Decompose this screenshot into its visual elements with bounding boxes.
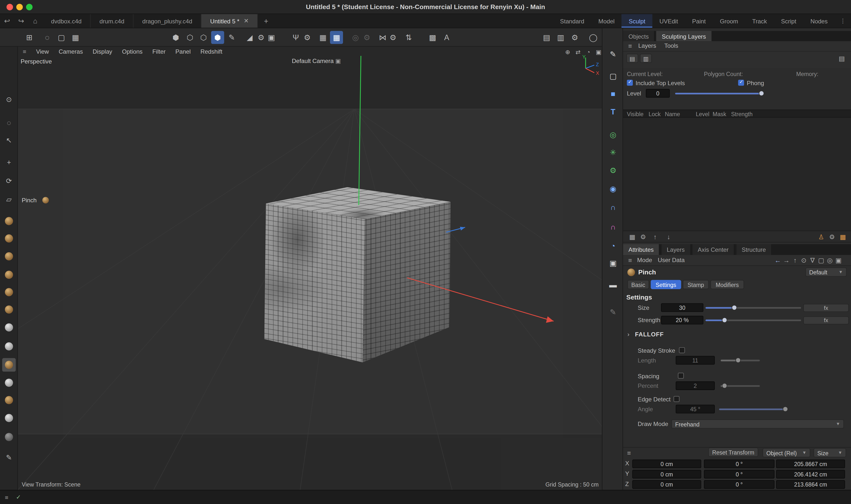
quantize-grid-icon[interactable]: ▦ (330, 31, 343, 44)
document-tab[interactable]: dragon_plushy.c4d (134, 14, 201, 28)
increase-subdivision-icon[interactable]: ⬡ (197, 31, 210, 44)
brush-smear-icon[interactable] (2, 232, 16, 245)
panel-menu-icon[interactable]: ≡ (625, 41, 635, 51)
include-top-levels-checkbox[interactable] (627, 80, 633, 86)
subtab-stamp[interactable]: Stamp (683, 280, 709, 289)
exchange-icon[interactable]: ⇅ (402, 31, 415, 44)
scale-tool-icon[interactable]: ▱ (2, 193, 16, 206)
mirror-icon[interactable]: Ψ (289, 31, 302, 44)
subdivide-icon[interactable]: ⬢ (170, 31, 182, 44)
camera-swap-icon[interactable]: ▣ (335, 58, 341, 64)
target-icon[interactable]: ◎ (825, 255, 835, 265)
camera-object-icon[interactable]: ▣ (606, 256, 620, 270)
filter-icon[interactable]: ∇ (808, 255, 817, 265)
layer-grid-icon[interactable]: ▦ (838, 232, 848, 242)
zoom-window-button[interactable] (26, 4, 33, 10)
coordinate-mode-dropdown[interactable]: Size▼ (814, 448, 846, 457)
layout-item-groom[interactable]: Groom (713, 14, 745, 28)
axis-gizmo[interactable]: Y Z X (572, 53, 602, 78)
generator-settings-icon[interactable]: ⚙ (606, 163, 620, 177)
live-selection-icon[interactable]: ◌ (41, 31, 54, 44)
y-rotation-field[interactable]: 0 ° (704, 470, 775, 479)
new-document-button[interactable]: + (258, 14, 274, 28)
layout-item-track[interactable]: Track (745, 14, 774, 28)
home-icon[interactable]: ⌂ (28, 14, 42, 28)
parent-up-icon[interactable]: ↑ (790, 255, 800, 265)
brush-erase-icon[interactable] (2, 411, 16, 425)
brush-knife-icon[interactable] (2, 250, 16, 263)
popout-icon[interactable]: ▣ (834, 255, 844, 265)
polygon-pen-icon[interactable]: ✎ (225, 31, 238, 44)
bend-deformer-icon[interactable]: ∩ (606, 200, 620, 214)
undo-icon[interactable]: ↩ (0, 14, 14, 28)
brush-pinch-icon[interactable] (2, 358, 16, 372)
field-deformer-icon[interactable]: ∩ (606, 220, 620, 233)
redo-icon[interactable]: ↪ (14, 14, 28, 28)
camera-label[interactable]: Default Camera ▣ (270, 58, 363, 65)
tab-structure[interactable]: Structure (736, 244, 772, 255)
brush-inflate-icon[interactable] (2, 303, 16, 316)
close-tab-icon[interactable]: ✕ (244, 17, 249, 24)
sphere-deformer-icon[interactable]: ◔ (606, 239, 620, 252)
z-position-field[interactable]: 0 cm (632, 480, 701, 489)
size-value-field[interactable]: 30 (661, 303, 704, 312)
subtab-settings[interactable]: Settings (651, 280, 681, 289)
brush-pull-icon[interactable] (2, 214, 16, 228)
menu-layers[interactable]: Layers (638, 42, 656, 49)
viewport-menu-display[interactable]: Display (88, 48, 117, 55)
document-tab[interactable]: dvdbox.c4d (42, 14, 91, 28)
projection-label[interactable]: Perspective (21, 58, 52, 65)
paint-selection-icon[interactable]: ▦ (69, 31, 82, 44)
x-rotation-field[interactable]: 0 ° (704, 460, 775, 468)
more-layouts-icon[interactable]: ⋮ (835, 14, 851, 28)
y-size-field[interactable]: 206.4142 cm (776, 470, 845, 479)
pan-view-icon[interactable]: ⊕ (563, 48, 572, 56)
close-window-button[interactable] (6, 4, 13, 10)
objects-filter-icon[interactable]: ♙ (816, 232, 826, 242)
layer-list-empty[interactable] (623, 118, 851, 231)
move-layer-up-icon[interactable]: ↑ (650, 232, 660, 242)
attr-menu-icon[interactable]: ≡ (625, 255, 635, 265)
lock-icon[interactable]: ▢ (816, 255, 826, 265)
back-arrow-icon[interactable]: ← (773, 255, 783, 265)
x-size-field[interactable]: 205.8667 cm (776, 460, 845, 468)
phong-checkbox[interactable] (738, 80, 744, 86)
volume-builder-icon[interactable]: ◉ (606, 182, 620, 195)
layout-item-script[interactable]: Script (774, 14, 803, 28)
document-tab-active[interactable]: Untitled 5 * ✕ (201, 14, 258, 28)
mode-label[interactable]: Mode (637, 257, 652, 263)
add-layer-button[interactable]: ▤ (626, 54, 638, 63)
viewport-canvas[interactable]: ≡ View Cameras Display Options Filter Pa… (18, 47, 602, 490)
dolly-view-icon[interactable]: ⇄ (574, 48, 582, 56)
viewport-menu-redshift[interactable]: Redshift (196, 48, 227, 55)
search-icon[interactable]: ⊙ (799, 255, 809, 265)
subtab-modifiers[interactable]: Modifiers (710, 280, 744, 289)
layout-item-sculpt[interactable]: Sculpt (622, 14, 653, 28)
text-object-icon[interactable]: T (606, 105, 620, 118)
spline-pen-icon[interactable]: ✎ (606, 47, 620, 61)
bake-sculpt-icon[interactable]: ▩ (426, 31, 439, 44)
render-view-icon[interactable]: ▤ (540, 31, 553, 44)
history-view-icon[interactable]: ◔ (584, 48, 593, 56)
draw-mode-dropdown[interactable]: Freehand▼ (671, 419, 844, 429)
strength-slider[interactable] (706, 320, 801, 321)
coordinates-menu-icon[interactable]: ≡ (624, 448, 634, 458)
tab-layers[interactable]: Layers (661, 244, 691, 255)
stencil-icon[interactable]: ▣ (265, 31, 278, 44)
layout-item-standard[interactable]: Standard (553, 14, 591, 28)
brush-grab-icon[interactable] (2, 321, 16, 334)
strength-fx-button[interactable]: fx (803, 316, 849, 324)
status-menu-icon[interactable]: ≡ (5, 494, 8, 500)
list-view-icon[interactable]: ▦ (627, 232, 637, 242)
floor-object-icon[interactable]: ▬ (606, 278, 620, 291)
size-slider[interactable] (706, 307, 801, 309)
forward-arrow-icon[interactable]: → (782, 255, 792, 265)
size-fx-button[interactable]: fx (803, 304, 849, 312)
render-region-icon[interactable]: ▥ (554, 31, 567, 44)
layout-item-uvedit[interactable]: UVEdit (652, 14, 685, 28)
minimize-window-button[interactable] (16, 4, 23, 10)
move-layer-down-icon[interactable]: ↓ (664, 232, 674, 242)
layout-item-model[interactable]: Model (591, 14, 621, 28)
level-slider[interactable] (675, 93, 763, 94)
brush-select-icon[interactable]: ✎ (2, 451, 16, 464)
